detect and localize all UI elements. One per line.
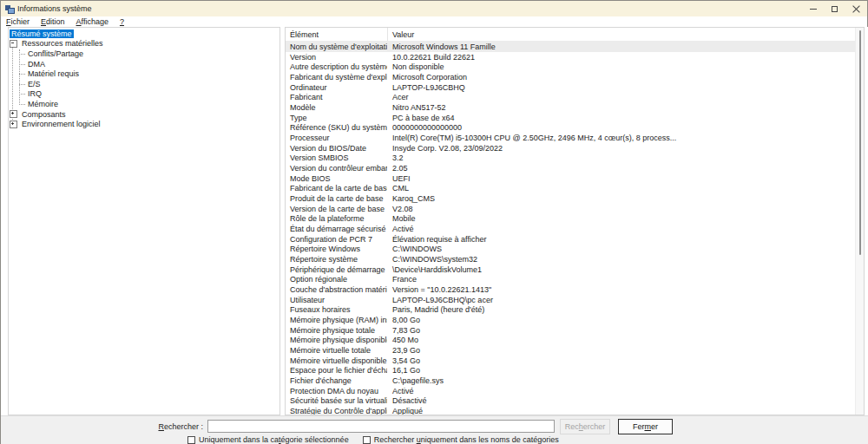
cell-element: Autre description du système d... [286,62,387,71]
table-row[interactable]: Référence (SKU) du système00000000000000… [286,122,864,133]
checkbox-selected-category[interactable]: Uniquement dans la catégorie sélectionné… [187,435,349,444]
cell-element: Fabricant [286,93,387,101]
table-row[interactable]: Répertoire WindowsC:\WINDOWS [286,244,864,254]
table-row[interactable]: Stratégie du Contrôle d'applica...Appliq… [286,406,864,415]
tree-item-label: IRQ [26,89,43,98]
table-row[interactable]: OrdinateurLAPTOP-L9J6CBHQ [286,82,864,93]
table-row[interactable]: Fichier d'échangeC:\pagefile.sys [286,375,864,386]
table-row[interactable]: Configuration de PCR 7Élévation requise … [286,234,864,245]
table-row[interactable]: Espace pour le fichier d'échange16,1 Go [286,366,864,376]
table-row[interactable]: Fuseaux horairesParis, Madrid (heure d'é… [286,304,864,315]
table-row[interactable]: Version10.0.22621 Build 22621 [286,52,864,62]
tree-item[interactable]: Environnement logiciel [9,119,279,129]
tree-item[interactable]: E/S [9,79,279,89]
search-button[interactable]: Rechercher [560,419,610,434]
table-row[interactable]: Produit de la carte de baseKaroq_CMS [286,193,864,204]
checkbox-category-names-only[interactable]: Rechercher uniquement dans les noms de c… [363,435,559,444]
cell-value: Appliqué [387,407,864,415]
checkbox-icon [187,436,195,444]
table-row[interactable]: ProcesseurIntel(R) Core(TM) i5-10300H CP… [286,133,864,143]
table-row[interactable]: ModèleNitro AN517-52 [286,102,864,113]
cell-value: \Device\HarddiskVolume1 [387,265,864,274]
table-row[interactable]: Autre description du système d...Non dis… [286,62,864,72]
table-row[interactable]: TypePC à base de x64 [286,113,864,123]
cell-value: Microsoft Windows 11 Famille [387,42,864,51]
search-input[interactable] [207,420,555,433]
table-row[interactable]: Nom du système d'exploitationMicrosoft W… [286,42,864,52]
tree-item[interactable]: IRQ [9,89,279,100]
menu-help[interactable]: ? [120,17,130,26]
cell-value: Activé [387,387,864,395]
close-button[interactable] [845,1,867,16]
tree-item-label: Environnement logiciel [20,120,102,128]
cell-value: Non disponible [387,62,864,71]
cell-element: Configuration de PCR 7 [286,235,387,244]
tree-item[interactable]: Mémoire [9,99,279,109]
cell-element: Stratégie du Contrôle d'applica... [286,407,387,415]
menu-fichier[interactable]: Fichier [6,17,36,26]
tree-item[interactable]: Conflits/Partage [9,49,279,59]
tree-item[interactable]: Résumé système [9,29,279,39]
table-row[interactable]: Mémoire virtuelle disponible3,54 Go [286,356,864,366]
scrollbar-thumb[interactable] [859,30,861,255]
table-row[interactable]: Version de la carte de baseV2.08 [286,204,864,214]
table-row[interactable]: Couche d'abstraction matérielleVersion =… [286,284,864,295]
cell-value: LAPTOP-L9J6CBHQ\pc acer [387,296,864,304]
table-row[interactable]: Mémoire physique (RAM) instal...8,00 Go [286,315,864,325]
tree-item[interactable]: Ressources matérielles [9,39,279,49]
titlebar: Informations système [1,1,867,16]
table-row[interactable]: Version SMBIOS3.2 [286,153,864,163]
table-row[interactable]: Périphérique de démarrage\Device\Harddis… [286,264,864,275]
table-row[interactable]: État du démarrage sécuriséActivé [286,224,864,234]
tree-item-label: Conflits/Partage [26,49,85,58]
cell-value: France [387,275,864,284]
table-row[interactable]: FabricantAcer [286,92,864,102]
table-row[interactable]: Mémoire physique disponible450 Mo [286,335,864,345]
content-area: Résumé systèmeRessources matériellesConf… [1,27,868,415]
cell-value: 3,54 Go [387,356,864,365]
cell-value: 7,83 Go [387,326,864,335]
table-row[interactable]: Version du BIOS/DateInsyde Corp. V2.08, … [286,143,864,153]
cell-value: UEFI [387,174,864,183]
expand-icon[interactable] [10,110,17,118]
menubar: Fichier Edition Affichage ? [1,16,867,27]
cell-value: Acer [387,93,864,101]
table-row[interactable]: Fabricant de la carte de baseCML [286,183,864,193]
table-row[interactable]: Sécurité basée sur la virtualisati...Dés… [286,396,864,407]
maximize-button[interactable] [824,1,845,16]
cell-value: Élévation requise à afficher [387,235,864,244]
tree-item[interactable]: DMA [9,59,279,69]
table-row[interactable]: Version du contrôleur embarqué2.05 [286,163,864,173]
system-information-window: Informations système Fichier Edition Aff… [0,0,868,444]
msinfo-app-icon [5,4,14,13]
menu-affichage[interactable]: Affichage [76,17,115,26]
table-row[interactable]: Protection DMA du noyauActivé [286,386,864,396]
cell-element: Version SMBIOS [286,153,387,162]
expand-icon[interactable] [10,121,17,128]
cell-element: Version du contrôleur embarqué [286,164,387,173]
category-tree: Résumé systèmeRessources matériellesConf… [8,27,280,415]
cell-element: Mémoire physique disponible [286,336,387,344]
checkbox-icon [363,436,371,444]
table-row[interactable]: Mémoire physique totale7,83 Go [286,325,864,336]
table-row[interactable]: UtilisateurLAPTOP-L9J6CBHQ\pc acer [286,295,864,305]
table-row[interactable]: Option régionaleFrance [286,274,864,284]
table-row[interactable]: Mémoire virtuelle totale23,9 Go [286,345,864,356]
cell-element: Périphérique de démarrage [286,265,387,274]
cell-value: Nitro AN517-52 [387,103,864,112]
close-dialog-button[interactable]: Fermer [618,419,673,434]
tree-item[interactable]: Composants [9,109,279,120]
vertical-scrollbar[interactable] [855,28,864,415]
cell-element: Version [286,53,387,62]
menu-edition[interactable]: Edition [41,17,71,26]
table-row[interactable]: Mode BIOSUEFI [286,173,864,184]
minimize-button[interactable] [802,1,824,16]
cell-value: Insyde Corp. V2.08, 23/09/2022 [387,144,864,153]
table-row[interactable]: Rôle de la plateformeMobile [286,213,864,224]
tree-item[interactable]: Matériel requis [9,69,279,79]
table-row[interactable]: Répertoire systèmeC:\WINDOWS\system32 [286,254,864,264]
collapse-icon[interactable] [10,40,17,48]
table-row[interactable]: Fabricant du système d'exploit...Microso… [286,72,864,82]
cell-value: 2.05 [387,164,864,173]
cell-element: Répertoire Windows [286,245,387,253]
